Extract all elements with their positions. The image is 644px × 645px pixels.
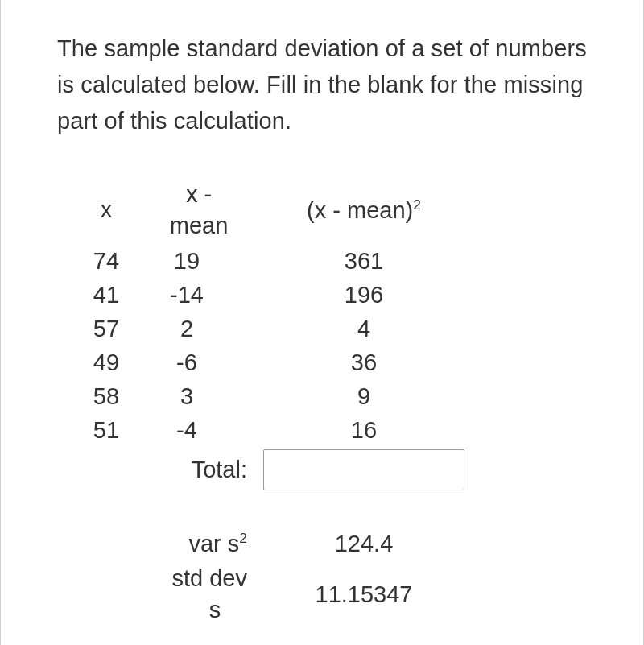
empty-cell <box>70 493 142 527</box>
stddev-label: std dev s <box>142 560 255 628</box>
table-cell-sq: 196 <box>255 278 473 312</box>
table-cell-sq: 361 <box>255 244 473 278</box>
empty-cell <box>70 527 142 560</box>
table-cell-xmean: -14 <box>142 278 255 312</box>
table-cell-x: 58 <box>70 379 142 413</box>
table-cell-x: 51 <box>70 413 142 447</box>
table-cell-sq: 4 <box>255 312 473 345</box>
table-cell-sq: 9 <box>255 379 473 413</box>
header-squared-deviation: (x - mean)2 <box>255 176 473 244</box>
question-prompt: The sample standard deviation of a set o… <box>57 31 595 139</box>
question-container: The sample standard deviation of a set o… <box>0 0 644 645</box>
header-xmean-line1: x - <box>186 179 212 210</box>
stddev-label-line1: std dev <box>172 563 248 594</box>
empty-cell <box>70 447 142 493</box>
empty-cell <box>142 493 255 527</box>
variance-label: var s2 <box>142 527 255 560</box>
header-x-minus-mean: x - mean <box>142 176 255 244</box>
table-cell-sq: 36 <box>255 345 473 379</box>
empty-cell <box>255 493 473 527</box>
empty-cell <box>70 560 142 628</box>
stddev-label-line2: s <box>169 594 221 626</box>
header-xmean-line2: mean <box>170 210 229 242</box>
table-cell-xmean: -6 <box>142 345 255 379</box>
var-label-exponent: 2 <box>239 530 247 546</box>
stddev-value: 11.15347 <box>255 560 473 628</box>
header-sq-exponent: 2 <box>413 196 421 213</box>
total-label: Total: <box>142 447 255 493</box>
table-cell-xmean: 3 <box>142 379 255 413</box>
header-sq-prefix: (x - mean) <box>307 197 413 223</box>
table-cell-x: 49 <box>70 345 142 379</box>
table-cell-x: 41 <box>70 278 142 312</box>
table-cell-x: 57 <box>70 312 142 345</box>
header-x: x <box>70 176 142 244</box>
table-cell-xmean: -4 <box>142 413 255 447</box>
table-cell-xmean: 19 <box>142 244 255 278</box>
total-input[interactable] <box>263 449 464 490</box>
table-cell-x: 74 <box>70 244 142 278</box>
table-cell-xmean: 2 <box>142 312 255 345</box>
variance-value: 124.4 <box>255 527 473 560</box>
total-input-cell <box>255 447 473 493</box>
var-label-prefix: var s <box>188 531 239 556</box>
table-cell-sq: 16 <box>255 413 473 447</box>
calculation-table: x x - mean (x - mean)2 74 19 361 41 -14 … <box>70 176 595 629</box>
